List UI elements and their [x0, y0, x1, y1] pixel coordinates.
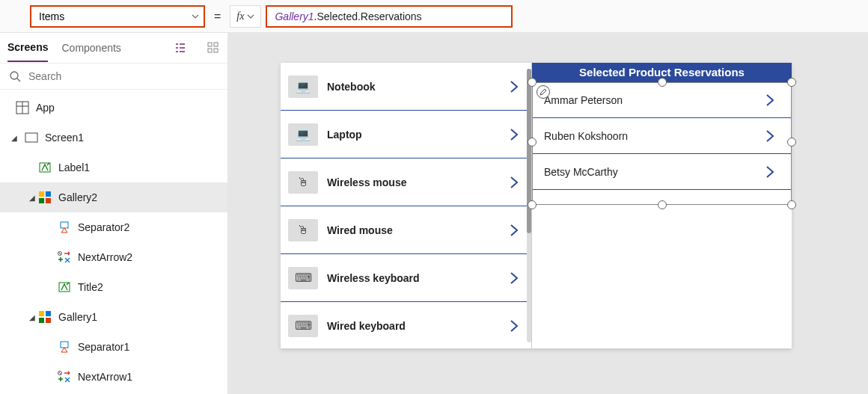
grid-view-icon[interactable] — [207, 41, 220, 55]
gallery2-item[interactable]: Ruben Kokshoorn — [532, 118, 792, 154]
canvas-area[interactable]: 💻Notebook💻Laptop🖱Wireless mouse🖱Wired mo… — [228, 33, 868, 394]
svg-rect-9 — [25, 133, 37, 142]
gallery1-item[interactable]: 💻Notebook — [281, 63, 531, 111]
formula-token-gallery1: Gallery1 — [275, 10, 314, 22]
product-title: Wired mouse — [327, 224, 509, 236]
collapse-icon[interactable]: ◢ — [27, 194, 37, 202]
tree-item-separator1[interactable]: Separator1 — [0, 332, 227, 362]
reservation-name: Ammar Peterson — [544, 94, 765, 106]
list-view-icon[interactable] — [174, 41, 187, 55]
tree-item-label: NextArrow1 — [78, 371, 132, 383]
tree-item-label: Title2 — [78, 281, 103, 293]
svg-rect-2 — [208, 49, 212, 52]
chevron-right-icon[interactable] — [765, 164, 780, 179]
product-image: ⌨ — [288, 315, 318, 337]
product-image: 💻 — [288, 123, 318, 146]
product-image: 🖱 — [288, 219, 318, 241]
gallery-icon — [37, 190, 52, 205]
svg-marker-16 — [61, 228, 67, 233]
tree-item-label: Label1 — [58, 161, 90, 173]
chevron-down-icon — [247, 13, 254, 20]
gallery-icon — [37, 310, 52, 324]
tree-item-title2[interactable]: Title2 — [0, 272, 227, 302]
formula-bar: Items = fx Gallery1.Selected.Reservation… — [0, 0, 868, 33]
chevron-right-icon[interactable] — [509, 271, 524, 286]
product-title: Wireless mouse — [327, 176, 509, 188]
svg-rect-25 — [46, 318, 51, 323]
chevron-right-icon[interactable] — [509, 127, 524, 142]
svg-rect-0 — [208, 43, 212, 46]
edit-template-icon[interactable] — [537, 85, 550, 99]
gallery1-item[interactable]: ⌨Wired keyboard — [281, 302, 531, 348]
selection-handle[interactable] — [658, 200, 667, 209]
nextarrow-icon — [57, 369, 72, 384]
tree-item-app[interactable]: App — [0, 93, 227, 123]
property-selector[interactable]: Items — [30, 5, 205, 28]
tree-item-gallery1[interactable]: ◢ Gallery1 — [0, 302, 227, 332]
property-name: Items — [39, 10, 64, 22]
tree-item-label: Separator2 — [78, 221, 129, 233]
selection-handle[interactable] — [787, 200, 796, 209]
product-title: Notebook — [327, 81, 509, 93]
gallery2-header: Selected Product Reservations — [532, 63, 792, 82]
product-title: Wired keyboard — [327, 320, 509, 332]
label-icon — [37, 160, 52, 175]
fx-button[interactable]: fx — [230, 5, 261, 28]
formula-input[interactable]: Gallery1.Selected.Reservations — [266, 5, 513, 28]
tree-item-label1[interactable]: Label1 — [0, 153, 227, 182]
tree-view: App ◢ Screen1 Label1 ◢ — [0, 90, 227, 394]
tab-components[interactable]: Components — [61, 34, 120, 61]
app-frame: 💻Notebook💻Laptop🖱Wireless mouse🖱Wired mo… — [281, 63, 792, 348]
svg-rect-13 — [39, 198, 44, 203]
svg-rect-11 — [39, 191, 44, 197]
equals-sign: = — [214, 10, 221, 23]
product-image: 💻 — [288, 76, 318, 98]
search-row — [0, 63, 227, 90]
chevron-right-icon[interactable] — [765, 93, 780, 108]
svg-rect-14 — [46, 198, 51, 203]
tree-item-separator2[interactable]: Separator2 — [0, 212, 227, 242]
reservation-name: Betsy McCarthy — [544, 166, 765, 178]
tree-item-screen1[interactable]: ◢ Screen1 — [0, 123, 227, 153]
screen-icon — [24, 130, 39, 145]
tree-item-nextarrow1[interactable]: NextArrow1 — [0, 362, 227, 392]
gallery2-item[interactable]: Betsy McCarthy — [532, 154, 792, 190]
tree-item-gallery2[interactable]: ◢ Gallery2 — [0, 182, 227, 212]
tree-item-label: App — [36, 102, 55, 114]
gallery1-item[interactable]: 🖱Wired mouse — [281, 206, 531, 254]
chevron-down-icon — [192, 13, 199, 20]
formula-token-rest: .Selected.Reservations — [314, 10, 422, 22]
svg-marker-27 — [61, 348, 67, 352]
svg-rect-1 — [214, 43, 218, 46]
gallery2-item[interactable]: Ammar Peterson — [532, 82, 792, 118]
collapse-icon[interactable]: ◢ — [27, 313, 37, 321]
tree-item-nextarrow2[interactable]: NextArrow2 — [0, 242, 227, 272]
gallery1-item[interactable]: ⌨Wireless keyboard — [281, 254, 531, 302]
gallery2-wrap: Selected Product Reservations Ammar Pete… — [532, 63, 792, 348]
collapse-icon[interactable]: ◢ — [9, 134, 19, 142]
app-icon — [15, 100, 30, 115]
reservation-name: Ruben Kokshoorn — [544, 130, 765, 142]
tab-screens[interactable]: Screens — [7, 34, 48, 62]
label-icon — [57, 280, 72, 295]
search-input[interactable] — [28, 70, 218, 82]
chevron-right-icon[interactable] — [765, 129, 780, 144]
svg-line-29 — [58, 372, 61, 375]
chevron-right-icon[interactable] — [509, 318, 524, 333]
svg-rect-26 — [61, 342, 68, 348]
search-icon — [9, 70, 21, 82]
scrollbar-thumb[interactable] — [527, 69, 531, 233]
product-image: 🖱 — [288, 171, 318, 194]
tree-item-label: NextArrow2 — [78, 251, 132, 263]
gallery1-item[interactable]: 🖱Wireless mouse — [281, 158, 531, 206]
chevron-right-icon[interactable] — [509, 175, 524, 190]
gallery1[interactable]: 💻Notebook💻Laptop🖱Wireless mouse🖱Wired mo… — [281, 63, 532, 348]
gallery1-item[interactable]: 💻Laptop — [281, 111, 531, 158]
separator-icon — [57, 339, 72, 354]
chevron-right-icon[interactable] — [509, 79, 524, 94]
chevron-right-icon[interactable] — [509, 223, 524, 238]
svg-rect-23 — [46, 311, 51, 316]
svg-rect-22 — [39, 311, 44, 316]
gallery2[interactable]: Ammar PetersonRuben KokshoornBetsy McCar… — [532, 82, 792, 190]
product-title: Wireless keyboard — [327, 272, 509, 284]
